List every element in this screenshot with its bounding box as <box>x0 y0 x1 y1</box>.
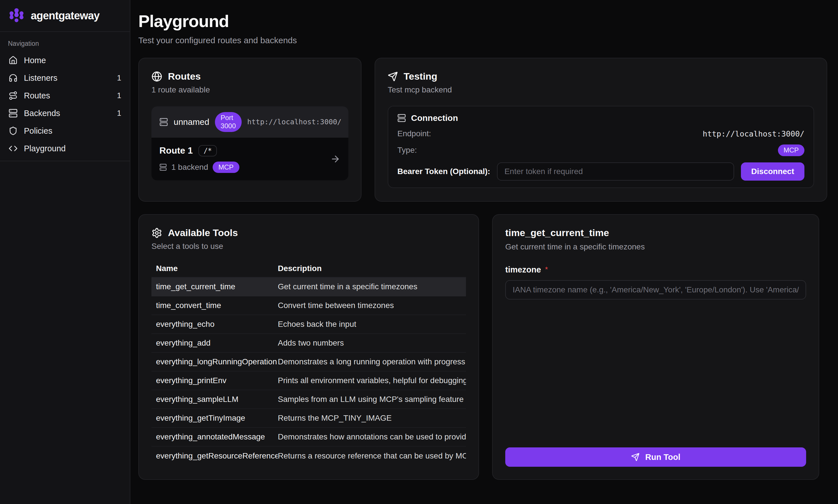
sidebar: agentgateway Navigation Home Listeners 1 <box>0 0 130 504</box>
type-row: Type: MCP <box>397 144 804 156</box>
tool-desc-cell: Convert time between timezones <box>278 301 466 310</box>
sidebar-item-listeners[interactable]: Listeners 1 <box>0 69 130 87</box>
spacer <box>505 300 806 447</box>
tool-desc-cell: Demonstrates a long running operation wi… <box>278 357 466 366</box>
table-row[interactable]: everything_annotatedMessage Demonstrates… <box>152 428 466 447</box>
tool-desc-cell: Samples from an LLM using MCP's sampling… <box>278 395 466 404</box>
bearer-token-input[interactable] <box>497 162 734 181</box>
send-icon <box>631 453 640 461</box>
home-icon <box>8 56 18 65</box>
route-list-item[interactable]: Route 1 /* 1 backend MCP <box>152 138 348 181</box>
run-tool-label: Run Tool <box>645 452 680 462</box>
tool-runner-subtitle: Get current time in a specific timezones <box>505 242 806 251</box>
route-type-badge: MCP <box>213 162 239 173</box>
tools-table-header: Name Description <box>152 260 466 277</box>
run-tool-button[interactable]: Run Tool <box>505 447 806 467</box>
sidebar-item-home[interactable]: Home <box>0 52 130 69</box>
table-row[interactable]: everything_echo Echoes back the input <box>152 315 466 334</box>
sidebar-item-count: 1 <box>117 109 121 118</box>
route-name: Route 1 <box>159 145 193 156</box>
sidebar-nav: Home Listeners 1 Routes 1 <box>0 52 130 157</box>
tool-desc-cell: Echoes back the input <box>278 320 466 329</box>
sidebar-item-label: Home <box>24 56 46 65</box>
sidebar-divider <box>0 161 130 161</box>
listener-row[interactable]: unnamed Port 3000 http://localhost:3000/ <box>152 106 348 138</box>
table-row[interactable]: time_convert_time Convert time between t… <box>152 296 466 315</box>
server-icon <box>397 114 406 122</box>
top-row: Routes 1 route available unnamed Port 30… <box>138 58 827 202</box>
globe-icon <box>152 71 162 82</box>
tool-name-cell: time_get_current_time <box>152 282 278 291</box>
listener-group: unnamed Port 3000 http://localhost:3000/… <box>152 106 348 180</box>
routes-card-header: Routes <box>152 71 348 82</box>
sidebar-item-backends[interactable]: Backends 1 <box>0 104 130 122</box>
arrow-right-icon[interactable] <box>330 154 341 164</box>
tool-desc-cell: Returns the MCP_TINY_IMAGE <box>278 414 466 422</box>
tool-name-cell: everything_annotatedMessage <box>152 432 278 442</box>
brand-name: agentgateway <box>31 10 100 22</box>
server-icon <box>8 109 18 118</box>
port-badge: Port 3000 <box>215 112 241 132</box>
tools-table: Name Description time_get_current_time G… <box>152 260 466 465</box>
table-row[interactable]: everything_getTinyImage Returns the MCP_… <box>152 409 466 428</box>
testing-card-title: Testing <box>404 71 437 82</box>
tool-desc-cell: Returns a resource reference that can be… <box>278 451 466 461</box>
tool-name-cell: everything_getResourceReference <box>152 451 278 461</box>
route-icon <box>8 91 18 100</box>
sidebar-item-playground[interactable]: Playground <box>0 140 130 157</box>
routes-card: Routes 1 route available unnamed Port 30… <box>138 58 362 202</box>
route-path-badge: /* <box>198 145 217 157</box>
brand[interactable]: agentgateway <box>0 0 130 32</box>
connection-title: Connection <box>411 113 458 123</box>
tools-card-subtitle: Select a tools to use <box>152 242 466 251</box>
mcp-type-badge: MCP <box>778 144 804 156</box>
listener-url: http://localhost:3000/ <box>247 118 342 126</box>
sidebar-item-routes[interactable]: Routes 1 <box>0 87 130 104</box>
table-row[interactable]: time_get_current_time Get current time i… <box>152 277 466 296</box>
table-row[interactable]: everything_printEnv Prints all environme… <box>152 372 466 390</box>
tool-name-cell: everything_add <box>152 339 278 347</box>
route-info: Route 1 /* 1 backend MCP <box>159 145 239 173</box>
bearer-token-row: Bearer Token (Optional): Disconnect <box>397 162 804 181</box>
table-row[interactable]: everything_longRunningOperation Demonstr… <box>152 353 466 372</box>
testing-card-subtitle: Test mcp backend <box>388 85 814 94</box>
tool-desc-cell: Demonstrates how annotations can be used… <box>278 432 466 442</box>
sidebar-item-policies[interactable]: Policies <box>0 122 130 140</box>
headphones-icon <box>8 73 18 83</box>
tool-runner-title: time_get_current_time <box>505 227 806 238</box>
gear-icon <box>152 228 162 238</box>
server-icon <box>159 164 167 171</box>
bearer-token-label: Bearer Token (Optional): <box>397 167 490 176</box>
sidebar-item-count: 1 <box>117 91 121 100</box>
page-subtitle: Test your configured routes and backends <box>138 36 827 45</box>
route-backend-count: 1 backend <box>171 163 208 172</box>
table-row[interactable]: everything_getResourceReference Returns … <box>152 447 466 465</box>
app-root: agentgateway Navigation Home Listeners 1 <box>0 0 838 504</box>
table-row[interactable]: everything_sampleLLM Samples from an LLM… <box>152 390 466 409</box>
sidebar-item-label: Policies <box>24 126 52 136</box>
page-title: Playground <box>138 11 827 31</box>
tool-name-cell: everything_echo <box>152 320 278 329</box>
timezone-input[interactable] <box>505 280 806 300</box>
available-tools-card: Available Tools Select a tools to use Na… <box>138 214 479 480</box>
testing-card-header: Testing <box>388 71 814 82</box>
timezone-field-label: timezone <box>505 265 541 274</box>
table-row[interactable]: everything_add Adds two numbers <box>152 334 466 353</box>
endpoint-row: Endpoint: http://localhost:3000/ <box>397 129 804 138</box>
testing-card: Testing Test mcp backend Connection Endp… <box>374 58 827 202</box>
tool-desc-cell: Get current time in a specific timezones <box>278 282 466 291</box>
routes-card-title: Routes <box>168 71 201 82</box>
server-icon <box>159 118 168 126</box>
tool-desc-cell: Prints all environment variables, helpfu… <box>278 376 466 385</box>
column-header-description: Description <box>278 264 466 273</box>
bottom-row: Available Tools Select a tools to use Na… <box>138 214 819 480</box>
timezone-field-label-row: timezone * <box>505 265 806 274</box>
connection-header: Connection <box>397 113 804 123</box>
endpoint-label: Endpoint: <box>397 129 431 138</box>
nav-section-label: Navigation <box>8 40 121 48</box>
tools-card-header: Available Tools <box>152 227 466 238</box>
tool-desc-cell: Adds two numbers <box>278 339 466 347</box>
disconnect-button[interactable]: Disconnect <box>741 162 804 181</box>
tool-name-cell: everything_longRunningOperation <box>152 357 278 366</box>
listener-name: unnamed <box>174 117 209 127</box>
